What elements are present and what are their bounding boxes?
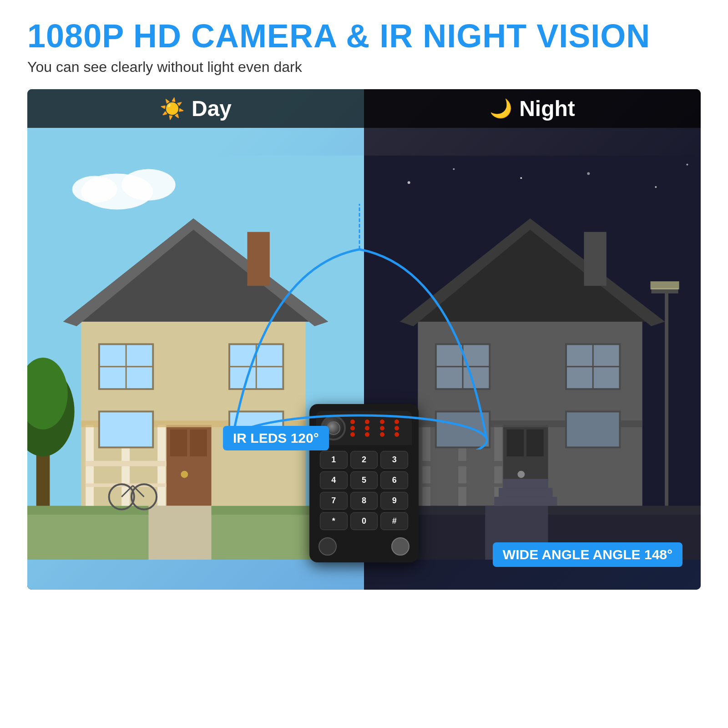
svg-rect-72 bbox=[503, 479, 548, 488]
ir-dot bbox=[350, 426, 355, 430]
svg-rect-26 bbox=[170, 430, 187, 456]
ir-dot bbox=[394, 420, 399, 424]
svg-rect-75 bbox=[650, 281, 679, 289]
svg-rect-73 bbox=[665, 290, 668, 506]
fingerprint-button[interactable] bbox=[318, 537, 337, 556]
svg-rect-63 bbox=[507, 430, 524, 456]
wide-angle-label: WIDE ANGLE ANGLE 148° bbox=[493, 542, 682, 567]
key-button-6[interactable]: 6 bbox=[380, 471, 408, 489]
svg-rect-27 bbox=[190, 430, 207, 456]
sun-icon: ☀️ bbox=[160, 97, 185, 121]
svg-point-38 bbox=[408, 181, 410, 184]
ir-dot bbox=[380, 432, 384, 437]
svg-rect-50 bbox=[584, 232, 606, 286]
svg-point-41 bbox=[587, 172, 590, 175]
keypad-grid: 123456789*0# bbox=[320, 451, 408, 530]
camera-top bbox=[316, 411, 412, 445]
ir-dot bbox=[380, 420, 384, 424]
key-button-5[interactable]: 5 bbox=[350, 471, 378, 489]
key-button-4[interactable]: 4 bbox=[320, 471, 348, 489]
svg-rect-67 bbox=[436, 412, 490, 448]
ir-dot bbox=[350, 432, 355, 437]
key-button-8[interactable]: 8 bbox=[350, 492, 378, 510]
key-button-7[interactable]: 7 bbox=[320, 492, 348, 510]
key-button-9[interactable]: 9 bbox=[380, 492, 408, 510]
key-button-3[interactable]: 3 bbox=[380, 451, 408, 469]
svg-rect-61 bbox=[422, 483, 503, 487]
svg-rect-13 bbox=[247, 232, 269, 286]
day-label-bar: ☀️ Day bbox=[27, 89, 364, 128]
key-button-#[interactable]: # bbox=[380, 512, 408, 530]
svg-rect-71 bbox=[499, 488, 552, 497]
svg-rect-60 bbox=[422, 461, 503, 466]
key-button-2[interactable]: 2 bbox=[350, 451, 378, 469]
moon-icon: 🌙 bbox=[490, 98, 512, 119]
svg-point-2 bbox=[121, 169, 175, 201]
ir-dot bbox=[365, 432, 369, 437]
ir-dot bbox=[365, 426, 369, 430]
key-button-0[interactable]: 0 bbox=[350, 512, 378, 530]
svg-point-43 bbox=[686, 164, 688, 166]
page-container: 1080P HD CAMERA & IR NIGHT VISION You ca… bbox=[0, 0, 728, 728]
page-title: 1080P HD CAMERA & IR NIGHT VISION bbox=[27, 18, 701, 54]
svg-point-65 bbox=[517, 471, 525, 478]
ir-leds-label: IR LEDS 120° bbox=[223, 426, 329, 450]
ir-dots bbox=[346, 420, 407, 437]
svg-rect-70 bbox=[494, 497, 557, 506]
bell-button[interactable] bbox=[391, 537, 410, 556]
night-label-bar: 🌙 Night bbox=[364, 89, 701, 128]
camera-bottom bbox=[316, 534, 412, 556]
svg-point-42 bbox=[655, 186, 657, 188]
keypad: 123456789*0# bbox=[316, 447, 412, 534]
page-subtitle: You can see clearly without light even d… bbox=[27, 59, 701, 76]
ir-dot bbox=[380, 426, 384, 430]
svg-rect-30 bbox=[99, 412, 153, 448]
svg-rect-23 bbox=[86, 461, 167, 466]
svg-rect-68 bbox=[566, 412, 620, 448]
svg-point-40 bbox=[520, 177, 522, 179]
key-button-1[interactable]: 1 bbox=[320, 451, 348, 469]
ir-dot bbox=[365, 420, 369, 424]
svg-rect-64 bbox=[526, 430, 543, 456]
ir-dot bbox=[350, 420, 355, 424]
day-text: Day bbox=[192, 96, 232, 121]
ir-dot bbox=[394, 426, 399, 430]
ir-dot bbox=[394, 432, 399, 437]
key-button-*[interactable]: * bbox=[320, 512, 348, 530]
svg-rect-32 bbox=[148, 506, 211, 560]
night-text: Night bbox=[519, 96, 575, 121]
svg-point-28 bbox=[181, 471, 188, 478]
comparison-section: ☀️ Day bbox=[27, 89, 701, 590]
svg-point-3 bbox=[72, 176, 117, 203]
svg-point-39 bbox=[453, 168, 455, 170]
